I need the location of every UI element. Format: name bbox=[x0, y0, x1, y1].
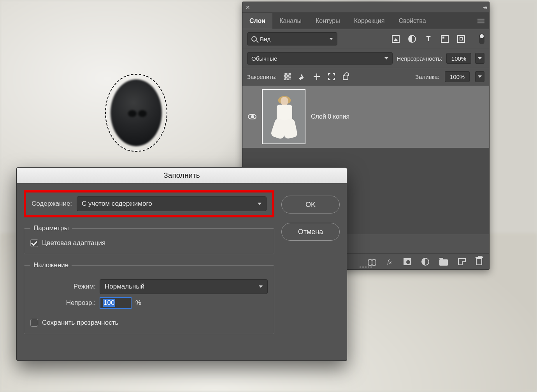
opacity-stepper[interactable] bbox=[475, 53, 484, 64]
shape-filter-icon[interactable] bbox=[441, 35, 449, 43]
tab-channels[interactable]: Каналы bbox=[272, 13, 309, 29]
blending-legend: Наложение bbox=[30, 261, 72, 269]
fill-dialog: Заполнить Содержание: С учетом содержимо… bbox=[16, 167, 347, 361]
fill-label: Заливка: bbox=[415, 74, 439, 80]
color-adapt-checkbox[interactable] bbox=[30, 239, 38, 247]
marching-ants-selection bbox=[105, 74, 167, 152]
dialog-opacity-value: 100 bbox=[103, 299, 115, 307]
layer-kind-label: Вид bbox=[260, 36, 270, 42]
content-label: Содержание: bbox=[32, 200, 72, 208]
tab-properties[interactable]: Свойства bbox=[391, 13, 433, 29]
adjustment-filter-icon[interactable] bbox=[408, 35, 416, 43]
panel-tabs: Слои Каналы Контуры Коррекция Свойства bbox=[242, 13, 489, 29]
layer-thumbnail[interactable] bbox=[262, 89, 305, 144]
tab-adjustments[interactable]: Коррекция bbox=[347, 13, 392, 29]
new-layer-icon[interactable] bbox=[458, 258, 466, 265]
lock-transparent-icon[interactable] bbox=[284, 73, 291, 80]
panel-topbar: ✕ ◂◂ bbox=[242, 2, 489, 13]
collapse-panel-icon[interactable]: ◂◂ bbox=[483, 4, 486, 10]
hamburger-icon bbox=[477, 21, 484, 21]
parameters-fieldset: Параметры Цветовая адаптация bbox=[24, 224, 274, 254]
dialog-opacity-input[interactable]: 100 bbox=[100, 297, 132, 309]
blend-mode-select[interactable]: Обычные bbox=[247, 52, 393, 65]
filter-toggle[interactable] bbox=[479, 33, 484, 44]
fill-value[interactable]: 100% bbox=[445, 71, 470, 82]
chevron-down-icon bbox=[478, 75, 482, 78]
mode-label: Режим: bbox=[30, 283, 96, 290]
new-group-icon[interactable] bbox=[439, 259, 448, 266]
chevron-down-icon bbox=[478, 57, 482, 60]
fill-stepper[interactable] bbox=[475, 71, 484, 82]
search-icon bbox=[251, 36, 257, 42]
lock-label: Закрепить: bbox=[247, 74, 277, 80]
chevron-down-icon bbox=[258, 203, 261, 205]
visibility-icon[interactable] bbox=[248, 114, 256, 119]
blend-mode-value: Обычные bbox=[251, 55, 277, 62]
lock-row: Закрепить: Заливка: 100% bbox=[242, 68, 489, 86]
opacity-label: Непрозрачность: bbox=[397, 55, 442, 62]
parameters-legend: Параметры bbox=[30, 224, 72, 232]
lock-artboard-icon[interactable] bbox=[328, 73, 335, 80]
layer-kind-select[interactable]: Вид bbox=[247, 32, 337, 46]
dialog-opacity-suffix: % bbox=[135, 299, 141, 307]
color-adapt-label: Цветовая адаптация bbox=[42, 239, 105, 247]
blend-row: Обычные Непрозрачность: 100% bbox=[242, 49, 489, 68]
delete-layer-icon[interactable] bbox=[476, 258, 482, 265]
layer-fx-icon[interactable]: fx bbox=[386, 258, 393, 266]
blending-fieldset: Наложение Режим: Нормальный Непрозр.: 10… bbox=[24, 261, 274, 334]
lock-all-icon[interactable] bbox=[343, 75, 348, 80]
lock-image-icon[interactable] bbox=[298, 73, 305, 80]
content-value: С учетом содержимого bbox=[82, 200, 152, 208]
lock-position-icon[interactable] bbox=[313, 73, 320, 80]
preserve-transparency-checkbox[interactable] bbox=[30, 319, 38, 327]
resize-grip[interactable] bbox=[358, 266, 374, 269]
dialog-opacity-label: Непрозр.: bbox=[30, 299, 96, 307]
preserve-transparency-label: Сохранить прозрачность bbox=[42, 319, 118, 327]
panel-menu-button[interactable] bbox=[473, 13, 489, 29]
cancel-button[interactable]: Отмена bbox=[281, 223, 340, 241]
chevron-down-icon bbox=[259, 285, 263, 288]
chevron-down-icon bbox=[384, 57, 388, 60]
color-adapt-checkbox-row: Цветовая адаптация bbox=[30, 239, 268, 247]
link-layers-icon[interactable] bbox=[368, 258, 376, 266]
type-filter-icon[interactable]: T bbox=[425, 35, 432, 43]
new-adjustment-icon[interactable] bbox=[421, 258, 429, 266]
selection-area bbox=[105, 74, 167, 152]
ok-button[interactable]: OK bbox=[281, 196, 340, 214]
opacity-value[interactable]: 100% bbox=[446, 53, 471, 64]
mode-select[interactable]: Нормальный bbox=[100, 279, 268, 294]
tab-layers[interactable]: Слои bbox=[242, 13, 272, 29]
filter-icon-row: T bbox=[392, 33, 484, 44]
dialog-title: Заполнить bbox=[17, 168, 347, 183]
filter-row: Вид T bbox=[242, 29, 489, 49]
mode-value: Нормальный bbox=[105, 283, 144, 290]
content-row-highlight: Содержание: С учетом содержимого bbox=[24, 190, 274, 217]
thumbnail-graphic bbox=[270, 97, 299, 140]
smartobject-filter-icon[interactable] bbox=[457, 35, 465, 43]
close-panel-icon[interactable]: ✕ bbox=[246, 4, 250, 10]
layer-row[interactable]: Слой 0 копия bbox=[242, 86, 489, 148]
add-mask-icon[interactable] bbox=[404, 258, 411, 265]
content-select[interactable]: С учетом содержимого bbox=[77, 196, 267, 211]
chevron-down-icon bbox=[329, 38, 333, 40]
pixel-filter-icon[interactable] bbox=[392, 35, 400, 43]
layer-name[interactable]: Слой 0 копия bbox=[311, 113, 349, 120]
tab-paths[interactable]: Контуры bbox=[309, 13, 347, 29]
